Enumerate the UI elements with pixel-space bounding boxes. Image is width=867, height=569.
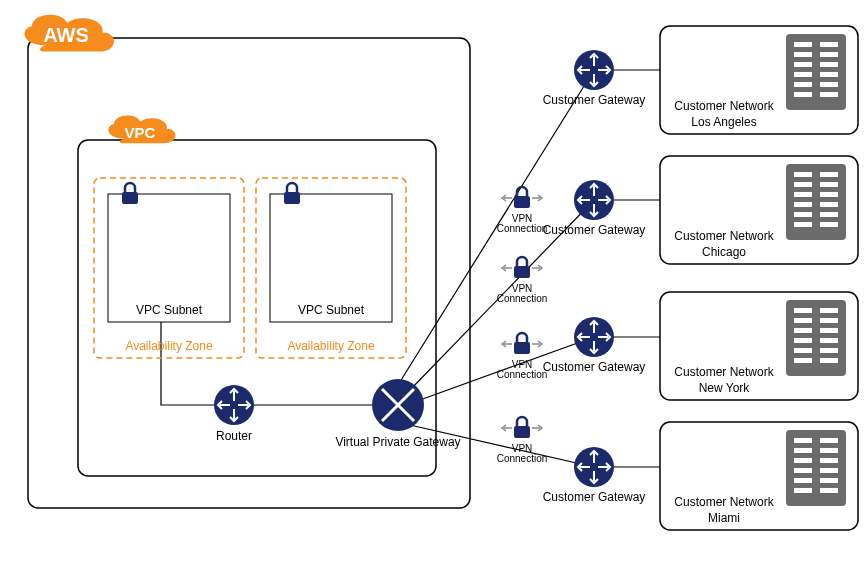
customer-network-1: Customer Network Los Angeles: [660, 26, 858, 134]
customer-network-4: Customer Network Miami: [660, 422, 858, 530]
server-rack-icon: [786, 430, 846, 506]
server-rack-icon: [786, 300, 846, 376]
customer-gateway-4: Customer Gateway: [543, 447, 646, 504]
svg-text:Availability Zone: Availability Zone: [287, 339, 374, 353]
server-rack-icon: [786, 34, 846, 110]
gateway-icon: [574, 317, 614, 357]
customer-gateway-3: Customer Gateway: [543, 317, 646, 374]
server-rack-icon: [786, 164, 846, 240]
vpg-icon: [372, 379, 424, 431]
vpn-connection-2: VPN Connection: [497, 257, 548, 304]
svg-text:Customer Gateway: Customer Gateway: [543, 360, 646, 374]
svg-text:Router: Router: [216, 429, 252, 443]
svg-text:Chicago: Chicago: [702, 245, 746, 259]
vpn-icon: [502, 333, 542, 354]
gateway-icon: [574, 50, 614, 90]
subnet-label: VPC Subnet: [136, 303, 203, 317]
customer-gateway-1: Customer Gateway: [543, 50, 646, 107]
svg-text:Los Angeles: Los Angeles: [691, 115, 756, 129]
gateway-icon: [574, 447, 614, 487]
svg-text:Customer Network: Customer Network: [674, 365, 774, 379]
subnet-label: VPC Subnet: [298, 303, 365, 317]
virtual-private-gateway: Virtual Private Gateway: [335, 379, 460, 449]
svg-text:Customer Network: Customer Network: [674, 99, 774, 113]
vpn-icon: [502, 417, 542, 438]
svg-text:Virtual Private Gateway: Virtual Private Gateway: [335, 435, 460, 449]
availability-zone-1: Availability Zone VPC Subnet: [94, 178, 244, 358]
svg-text:Connection: Connection: [497, 223, 548, 234]
vpn-connection-4: VPN Connection: [497, 417, 548, 464]
vpn-icon: [502, 187, 542, 208]
vpc-label: VPC: [125, 124, 156, 141]
availability-zone-2: Availability Zone VPC Subnet: [256, 178, 406, 358]
customer-network-2: Customer Network Chicago: [660, 156, 858, 264]
aws-vpc-diagram: AWS VPC Availability Zone VPC Subnet Ava…: [0, 0, 867, 569]
customer-network-3: Customer Network New York: [660, 292, 858, 400]
svg-text:Customer Gateway: Customer Gateway: [543, 93, 646, 107]
svg-text:Customer Gateway: Customer Gateway: [543, 223, 646, 237]
gateway-icon: [574, 180, 614, 220]
router-icon: [214, 385, 254, 425]
svg-text:Connection: Connection: [497, 293, 548, 304]
aws-label: AWS: [43, 24, 89, 46]
svg-text:New York: New York: [699, 381, 751, 395]
svg-text:Availability Zone: Availability Zone: [125, 339, 212, 353]
svg-text:Connection: Connection: [497, 453, 548, 464]
svg-text:Customer Network: Customer Network: [674, 495, 774, 509]
svg-text:Connection: Connection: [497, 369, 548, 380]
router: Router: [214, 385, 254, 443]
lock-icon: [122, 183, 138, 204]
svg-text:Miami: Miami: [708, 511, 740, 525]
customer-gateway-2: Customer Gateway: [543, 180, 646, 237]
lock-icon: [284, 183, 300, 204]
vpn-connection-1: VPN Connection: [497, 187, 548, 234]
svg-text:Customer Network: Customer Network: [674, 229, 774, 243]
svg-text:Customer Gateway: Customer Gateway: [543, 490, 646, 504]
